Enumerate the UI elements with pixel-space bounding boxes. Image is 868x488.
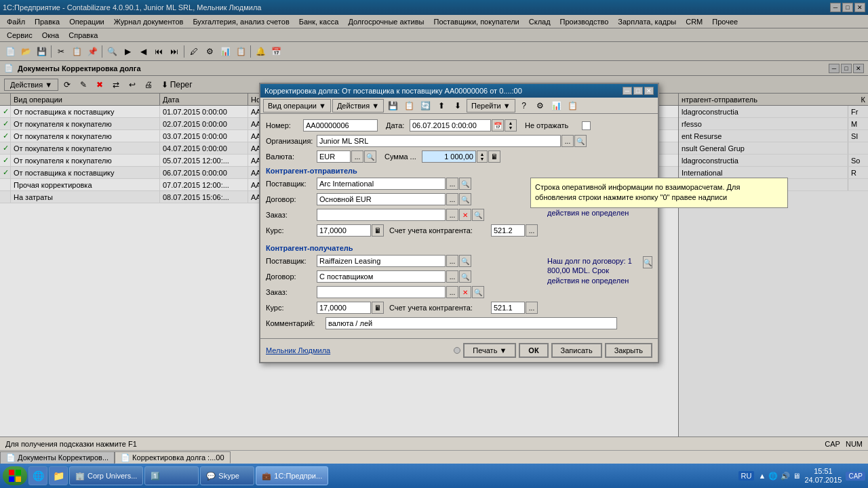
recipient-account-browse-btn[interactable]: ... — [526, 302, 538, 314]
comment-row: Комментарий: — [266, 317, 652, 329]
print-button[interactable]: Печать ▼ — [463, 343, 516, 358]
org-browse-btn[interactable]: ... — [561, 135, 574, 147]
taskbar-skype-item[interactable]: 💬 Skype — [200, 466, 254, 485]
recipient-account-label: Счет учета контрагента: — [389, 304, 491, 312]
sender-order-search-btn[interactable]: 🔍 — [472, 209, 484, 221]
sender-contract-input[interactable] — [317, 193, 446, 205]
sender-rate-input[interactable] — [317, 224, 371, 237]
dialog-table-icon[interactable]: 📋 — [566, 98, 580, 113]
sum-input[interactable] — [422, 150, 476, 163]
dialog-operation-type-btn[interactable]: Вид операции ▼ — [263, 99, 331, 113]
taskbar-volume-icon[interactable]: 🔊 — [781, 472, 790, 481]
recipient-rate-calc-btn[interactable]: 🖩 — [372, 302, 384, 314]
number-input[interactable] — [303, 119, 378, 131]
dialog-title-bar: Корректировка долга: От поставщика к пос… — [260, 84, 658, 98]
dialog-goto-btn[interactable]: Перейти ▼ — [467, 99, 515, 113]
tab-documents[interactable]: 📄 Документы Корректиров... — [0, 451, 115, 464]
dialog-close-btn[interactable]: ✕ — [644, 87, 654, 95]
sender-tooltip: Строка оперативной информации по взаимор… — [530, 178, 788, 208]
start-button[interactable] — [3, 466, 27, 485]
recipient-contract-search-btn[interactable]: 🔍 — [459, 270, 471, 283]
taskbar-1cpred-item[interactable]: 💼 1С:Предпри... — [256, 466, 328, 485]
sender-account-browse-btn[interactable]: ... — [526, 224, 538, 237]
sender-order-clear-btn[interactable]: ✕ — [459, 209, 471, 221]
dialog-title-buttons: ─ □ ✕ — [623, 87, 654, 95]
sum-spinner-btn[interactable]: ▲▼ — [477, 150, 488, 163]
date-input[interactable] — [410, 119, 491, 131]
dialog-help-icon[interactable]: ? — [517, 98, 532, 113]
sum-calc-btn[interactable]: 🖩 — [488, 150, 500, 163]
sender-account-input[interactable] — [491, 224, 525, 237]
dialog-down-icon[interactable]: ⬇ — [450, 98, 465, 113]
sender-supplier-input-group: ... 🔍 — [317, 178, 471, 190]
currency-label: Валюта: — [266, 152, 317, 161]
sender-contract-search-btn[interactable]: 🔍 — [459, 193, 471, 205]
org-search-btn[interactable]: 🔍 — [574, 135, 587, 147]
recipient-supplier-label: Поставщик: — [266, 257, 317, 265]
recipient-order-row: Заказ: ... ✕ 🔍 — [266, 286, 538, 298]
taskbar-caps: CAP — [846, 472, 865, 481]
comment-input[interactable] — [326, 317, 617, 329]
sender-form: Поставщик: ... 🔍 Договор: ... 🔍 — [266, 178, 538, 240]
date-calendar-btn[interactable]: 📅 — [492, 119, 504, 131]
recipient-supplier-browse-btn[interactable]: ... — [446, 255, 458, 267]
recipient-order-clear-btn[interactable]: ✕ — [459, 286, 471, 298]
taskbar-1cpred-label: 1С:Предпри... — [274, 472, 322, 480]
dialog-actions-btn[interactable]: Действия ▼ — [332, 99, 384, 113]
dialog-save-icon[interactable]: 💾 — [385, 98, 400, 113]
recipient-contract-label: Договор: — [266, 272, 317, 281]
save-button[interactable]: Записать — [551, 343, 602, 358]
sender-account-label: Счет учета контрагента: — [389, 226, 491, 235]
sender-supplier-row: Поставщик: ... 🔍 — [266, 178, 538, 190]
currency-input[interactable] — [317, 150, 351, 163]
date-up-btn[interactable]: ▲▼ — [505, 119, 517, 131]
num-lock-indicator: NUM — [846, 440, 863, 448]
taskbar-arrow-icon[interactable]: ▲ — [758, 472, 766, 480]
taskbar-folder-icon[interactable]: 📁 — [49, 466, 68, 485]
recipient-account-input[interactable] — [491, 302, 525, 314]
dialog-copy-icon[interactable]: 📋 — [401, 98, 416, 113]
close-button-dialog[interactable]: Закрыть — [605, 343, 652, 358]
sender-debt-area: Наш долг по договору: 12 728,00 EUR, вал… — [542, 178, 652, 240]
recipient-supplier-search-btn[interactable]: 🔍 — [459, 255, 471, 267]
taskbar-date: 24.07.2015 — [804, 476, 842, 485]
sender-order-label: Заказ: — [266, 211, 317, 219]
svg-rect-1 — [16, 470, 21, 475]
recipient-form: Поставщик: ... 🔍 Договор: ... 🔍 — [266, 255, 538, 317]
dialog-refresh-icon[interactable]: 🔄 — [418, 98, 433, 113]
recipient-debt-update-btn[interactable]: 🔍 — [643, 256, 652, 268]
taskbar-chrome-icon[interactable]: 🌐 — [28, 466, 47, 485]
recipient-rate-input[interactable] — [317, 302, 371, 314]
taskbar-1c-item[interactable]: 1️⃣ — [144, 466, 199, 485]
recipient-order-search-btn[interactable]: 🔍 — [472, 286, 484, 298]
tab-correction[interactable]: 📄 Корректировка долга :...00 — [115, 451, 230, 464]
recipient-contract-input[interactable] — [317, 270, 446, 283]
recipient-debt-info: Наш долг по договору: 1 800,00 MDL. Срок… — [547, 256, 642, 285]
sender-order-input[interactable] — [317, 209, 446, 221]
recipient-contract-browse-btn[interactable]: ... — [446, 270, 458, 283]
sender-order-browse-btn[interactable]: ... — [446, 209, 458, 221]
recipient-supplier-input[interactable] — [317, 255, 446, 267]
taskbar-1c-icon: 1️⃣ — [151, 472, 160, 481]
not-reflect-checkbox[interactable] — [582, 121, 591, 130]
currency-browse-btn[interactable]: ... — [351, 150, 363, 163]
sender-rate-calc-btn[interactable]: 🖩 — [372, 224, 384, 237]
number-label: Номер: — [266, 121, 303, 129]
org-input[interactable] — [317, 135, 561, 147]
currency-row: Валюта: ... 🔍 Сумма ... ▲▼ 🖩 — [266, 150, 652, 163]
sender-order-input-group: ... ✕ 🔍 — [317, 209, 484, 221]
dialog-up-icon[interactable]: ⬆ — [434, 98, 449, 113]
recipient-order-browse-btn[interactable]: ... — [446, 286, 458, 298]
currency-search-btn[interactable]: 🔍 — [364, 150, 376, 163]
sender-supplier-browse-btn[interactable]: ... — [446, 178, 458, 190]
dialog-maximize-btn[interactable]: □ — [633, 87, 643, 95]
dialog-settings-icon[interactable]: ⚙ — [533, 98, 548, 113]
recipient-order-input[interactable] — [317, 286, 446, 298]
dialog-chart-icon[interactable]: 📊 — [549, 98, 564, 113]
sender-supplier-input[interactable] — [317, 178, 446, 190]
sender-supplier-search-btn[interactable]: 🔍 — [459, 178, 471, 190]
sender-contract-browse-btn[interactable]: ... — [446, 193, 458, 205]
taskbar-corp-item[interactable]: 🏢 Corp Univers... — [69, 466, 143, 485]
ok-button[interactable]: ОК — [519, 343, 548, 358]
dialog-minimize-btn[interactable]: ─ — [623, 87, 632, 95]
